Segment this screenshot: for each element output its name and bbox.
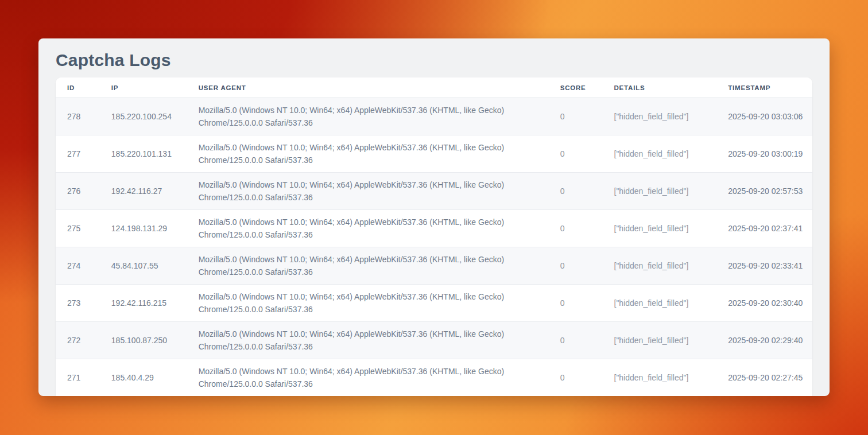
- captcha-logs-card: Captcha Logs IDIPUSER AGENTSCOREDETAILST…: [38, 38, 830, 396]
- cell-timestamp: 2025-09-20 03:03:06: [716, 98, 812, 135]
- cell-user_agent: Mozilla/5.0 (Windows NT 10.0; Win64; x64…: [187, 173, 549, 210]
- table-row: 278185.220.100.254Mozilla/5.0 (Windows N…: [56, 98, 812, 135]
- cell-id: 271: [56, 359, 100, 397]
- table-row: 27445.84.107.55Mozilla/5.0 (Windows NT 1…: [56, 247, 812, 285]
- cell-score: 0: [549, 322, 603, 359]
- page-background: Captcha Logs IDIPUSER AGENTSCOREDETAILST…: [0, 0, 868, 435]
- cell-details: ["hidden_field_filled"]: [603, 210, 717, 247]
- cell-details: ["hidden_field_filled"]: [603, 135, 717, 173]
- logs-table: IDIPUSER AGENTSCOREDETAILSTIMESTAMP 2781…: [56, 77, 812, 396]
- cell-timestamp: 2025-09-20 02:37:41: [716, 210, 812, 247]
- cell-id: 276: [56, 173, 100, 210]
- cell-timestamp: 2025-09-20 02:30:40: [716, 285, 812, 322]
- cell-details: ["hidden_field_filled"]: [603, 359, 717, 397]
- column-header-details: DETAILS: [603, 77, 717, 98]
- cell-user_agent: Mozilla/5.0 (Windows NT 10.0; Win64; x64…: [187, 322, 549, 359]
- cell-id: 275: [56, 210, 100, 247]
- cell-timestamp: 2025-09-20 03:00:19: [716, 135, 812, 173]
- cell-details: ["hidden_field_filled"]: [603, 322, 717, 359]
- cell-timestamp: 2025-09-20 02:33:41: [716, 247, 812, 285]
- cell-id: 277: [56, 135, 100, 173]
- cell-details: ["hidden_field_filled"]: [603, 98, 717, 135]
- cell-ip: 124.198.131.29: [100, 210, 187, 247]
- cell-score: 0: [549, 285, 603, 322]
- cell-ip: 192.42.116.215: [100, 285, 187, 322]
- cell-ip: 185.220.101.131: [100, 135, 187, 173]
- cell-details: ["hidden_field_filled"]: [603, 247, 717, 285]
- cell-score: 0: [549, 247, 603, 285]
- cell-ip: 185.40.4.29: [100, 359, 187, 397]
- cell-ip: 185.220.100.254: [100, 98, 187, 135]
- column-header-id: ID: [56, 77, 100, 98]
- cell-ip: 45.84.107.55: [100, 247, 187, 285]
- page-title: Captcha Logs: [38, 38, 830, 77]
- cell-details: ["hidden_field_filled"]: [603, 173, 717, 210]
- cell-details: ["hidden_field_filled"]: [603, 285, 717, 322]
- table-row: 273192.42.116.215Mozilla/5.0 (Windows NT…: [56, 285, 812, 322]
- cell-score: 0: [549, 359, 603, 397]
- cell-timestamp: 2025-09-20 02:57:53: [716, 173, 812, 210]
- cell-user_agent: Mozilla/5.0 (Windows NT 10.0; Win64; x64…: [187, 359, 549, 397]
- cell-user_agent: Mozilla/5.0 (Windows NT 10.0; Win64; x64…: [187, 210, 549, 247]
- cell-user_agent: Mozilla/5.0 (Windows NT 10.0; Win64; x64…: [187, 247, 549, 285]
- cell-score: 0: [549, 210, 603, 247]
- table-row: 272185.100.87.250Mozilla/5.0 (Windows NT…: [56, 322, 812, 359]
- column-header-user_agent: USER AGENT: [187, 77, 549, 98]
- column-header-score: SCORE: [549, 77, 603, 98]
- cell-score: 0: [549, 135, 603, 173]
- cell-ip: 185.100.87.250: [100, 322, 187, 359]
- column-header-ip: IP: [100, 77, 187, 98]
- table-body: 278185.220.100.254Mozilla/5.0 (Windows N…: [56, 98, 812, 397]
- logs-table-container: IDIPUSER AGENTSCOREDETAILSTIMESTAMP 2781…: [56, 77, 812, 396]
- cell-id: 274: [56, 247, 100, 285]
- cell-user_agent: Mozilla/5.0 (Windows NT 10.0; Win64; x64…: [187, 285, 549, 322]
- table-row: 276192.42.116.27Mozilla/5.0 (Windows NT …: [56, 173, 812, 210]
- cell-user_agent: Mozilla/5.0 (Windows NT 10.0; Win64; x64…: [187, 98, 549, 135]
- column-header-timestamp: TIMESTAMP: [716, 77, 812, 98]
- cell-id: 273: [56, 285, 100, 322]
- table-row: 271185.40.4.29Mozilla/5.0 (Windows NT 10…: [56, 359, 812, 397]
- table-header-row: IDIPUSER AGENTSCOREDETAILSTIMESTAMP: [56, 77, 812, 98]
- cell-score: 0: [549, 98, 603, 135]
- table-row: 277185.220.101.131Mozilla/5.0 (Windows N…: [56, 135, 812, 173]
- cell-ip: 192.42.116.27: [100, 173, 187, 210]
- cell-id: 278: [56, 98, 100, 135]
- cell-score: 0: [549, 173, 603, 210]
- table-head: IDIPUSER AGENTSCOREDETAILSTIMESTAMP: [56, 77, 812, 98]
- cell-user_agent: Mozilla/5.0 (Windows NT 10.0; Win64; x64…: [187, 135, 549, 173]
- cell-timestamp: 2025-09-20 02:27:45: [716, 359, 812, 397]
- cell-id: 272: [56, 322, 100, 359]
- cell-timestamp: 2025-09-20 02:29:40: [716, 322, 812, 359]
- table-row: 275124.198.131.29Mozilla/5.0 (Windows NT…: [56, 210, 812, 247]
